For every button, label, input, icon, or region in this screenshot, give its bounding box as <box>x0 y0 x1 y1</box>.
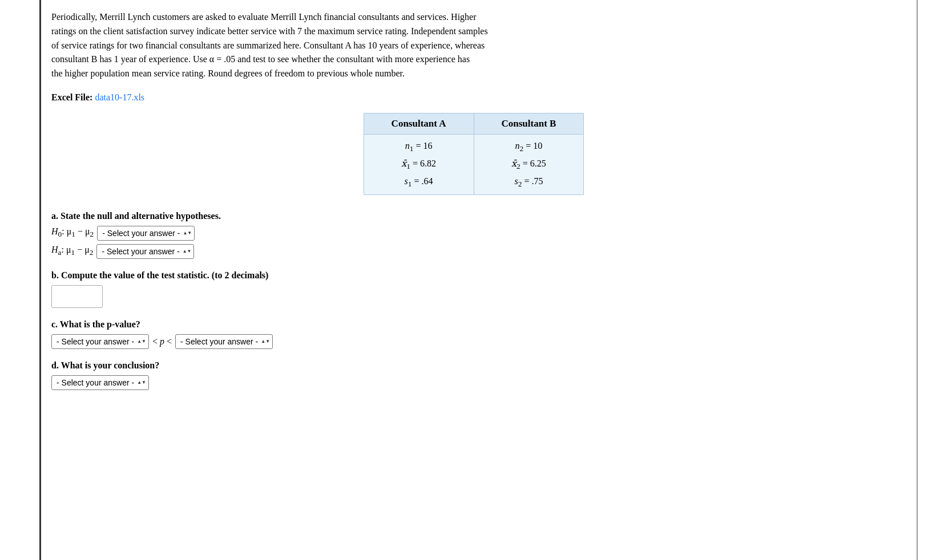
part-a-section: a. State the null and alternative hypoth… <box>51 211 896 259</box>
p-value-row: - Select your answer - .005 .01 .025 .05… <box>51 334 896 349</box>
col-a-header: Consultant A <box>364 113 474 134</box>
part-c-text: What is the p-value? <box>60 319 140 329</box>
part-a-letter: a. <box>51 211 58 221</box>
main-content: Periodically, Merrill Lynch customers ar… <box>41 0 917 560</box>
ha-row: Ha: μ1 − μ2 - Select your answer - ≤ 0 ≥… <box>51 244 896 259</box>
part-b-section: b. Compute the value of the test statist… <box>51 270 896 308</box>
col-b-s: s2 = .75 <box>502 173 556 191</box>
consultant-table-container: Consultant A Consultant B n1 = 16 x̄1 = … <box>51 113 896 195</box>
intro-paragraph: Periodically, Merrill Lynch customers ar… <box>51 10 896 81</box>
part-d-letter: d. <box>51 360 59 370</box>
col-b-xbar: x̄2 = 6.25 <box>502 156 556 173</box>
part-b-text: Compute the value of the test statistic.… <box>61 270 268 280</box>
col-b-data: n2 = 10 x̄2 = 6.25 s2 = .75 <box>474 134 584 194</box>
h0-select-wrapper: - Select your answer - ≤ 0 ≥ 0 = 0 > 0 <… <box>97 226 195 241</box>
part-c-letter: c. <box>51 319 58 329</box>
intro-text-line4: consultant B has 1 year of experience. U… <box>51 54 470 64</box>
left-border <box>0 0 41 560</box>
h0-select[interactable]: - Select your answer - ≤ 0 ≥ 0 = 0 > 0 <… <box>97 226 195 241</box>
intro-text-line3: of service ratings for two financial con… <box>51 40 485 50</box>
consultant-table: Consultant A Consultant B n1 = 16 x̄1 = … <box>364 113 584 195</box>
part-c-label: c. What is the p-value? <box>51 319 896 330</box>
part-d-text: What is your conclusion? <box>61 360 160 370</box>
part-d-section: d. What is your conclusion? - Select you… <box>51 360 896 390</box>
p-value-select1[interactable]: - Select your answer - .005 .01 .025 .05 <box>51 334 149 349</box>
page-wrapper: Periodically, Merrill Lynch customers ar… <box>0 0 928 560</box>
excel-file-line: Excel File: data10-17.xls <box>51 92 896 103</box>
excel-link[interactable]: data10-17.xls <box>95 92 144 102</box>
conclusion-select[interactable]: - Select your answer - Reject H₀ Do not … <box>51 375 149 390</box>
part-a-text: State the null and alternative hypothese… <box>60 211 221 221</box>
p-value-select1-wrapper: - Select your answer - .005 .01 .025 .05 <box>51 334 149 349</box>
col-b-n: n2 = 10 <box>502 138 556 156</box>
part-b-letter: b. <box>51 270 59 280</box>
h0-label: H0: μ1 − μ2 <box>51 226 94 239</box>
col-b-header: Consultant B <box>474 113 584 134</box>
p-value-select2-wrapper: - Select your answer - .005 .01 .025 .05 <box>175 334 273 349</box>
intro-text-line1: Periodically, Merrill Lynch customers ar… <box>51 12 477 22</box>
h0-row: H0: μ1 − μ2 - Select your answer - ≤ 0 ≥… <box>51 226 896 241</box>
p-less-than-symbol: < p < <box>152 336 172 347</box>
ha-select[interactable]: - Select your answer - ≤ 0 ≥ 0 = 0 > 0 <… <box>96 244 194 259</box>
part-b-label: b. Compute the value of the test statist… <box>51 270 896 281</box>
ha-select-wrapper: - Select your answer - ≤ 0 ≥ 0 = 0 > 0 <… <box>96 244 194 259</box>
part-a-label: a. State the null and alternative hypoth… <box>51 211 896 221</box>
ha-label: Ha: μ1 − μ2 <box>51 245 93 257</box>
p-value-select2[interactable]: - Select your answer - .005 .01 .025 .05 <box>175 334 273 349</box>
part-c-section: c. What is the p-value? - Select your an… <box>51 319 896 349</box>
intro-text-line5: the higher population mean service ratin… <box>51 68 405 78</box>
test-statistic-input[interactable] <box>51 285 103 308</box>
col-a-data: n1 = 16 x̄1 = 6.82 s1 = .64 <box>364 134 474 194</box>
conclusion-select-wrapper: - Select your answer - Reject H₀ Do not … <box>51 375 149 390</box>
excel-label: Excel File: <box>51 92 92 102</box>
col-a-n: n1 = 16 <box>392 138 446 156</box>
intro-text-line2: ratings on the client satisfaction surve… <box>51 26 488 36</box>
col-a-xbar: x̄1 = 6.82 <box>392 156 446 173</box>
right-border <box>917 0 928 560</box>
part-d-label: d. What is your conclusion? <box>51 360 896 371</box>
col-a-s: s1 = .64 <box>392 173 446 191</box>
